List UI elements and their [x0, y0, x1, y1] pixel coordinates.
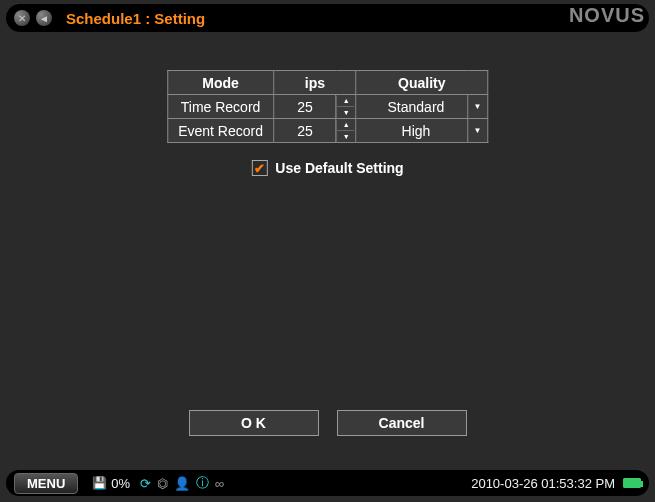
- cancel-button[interactable]: Cancel: [337, 410, 467, 436]
- disk-icon: 💾: [92, 476, 107, 490]
- ips-value: 25: [274, 95, 336, 119]
- chevron-up-icon[interactable]: ▲: [338, 120, 355, 132]
- quality-value[interactable]: Standard: [356, 95, 468, 119]
- statusbar: MENU 💾 0% ⟳ ⏣ 👤 ⓘ ∞ 2010-03-26 01:53:32 …: [6, 470, 649, 496]
- status-icons: ⟳ ⏣ 👤 ⓘ ∞: [140, 474, 224, 492]
- battery-icon: [623, 478, 641, 488]
- quality-value[interactable]: High: [356, 119, 468, 143]
- info-icon: ⓘ: [196, 474, 209, 492]
- datetime: 2010-03-26 01:53:32 PM: [471, 476, 615, 491]
- window-title: Schedule1 : Setting: [66, 10, 205, 27]
- header-ips: ips: [274, 71, 356, 95]
- default-setting-row: ✔ Use Default Setting: [251, 160, 403, 176]
- chevron-down-icon[interactable]: ▼: [338, 131, 355, 142]
- sync-icon: ⟳: [140, 476, 151, 491]
- user-icon: 👤: [174, 476, 190, 491]
- network-icon: ⏣: [157, 476, 168, 491]
- chevron-up-icon[interactable]: ▲: [338, 96, 355, 108]
- chevron-down-icon[interactable]: ▼: [338, 107, 355, 118]
- titlebar: ✕ ◄ Schedule1 : Setting: [6, 4, 649, 32]
- mode-cell: Event Record: [167, 119, 274, 143]
- table-header-row: Mode ips Quality: [167, 71, 488, 95]
- header-mode: Mode: [167, 71, 274, 95]
- default-setting-label: Use Default Setting: [275, 160, 403, 176]
- ok-button[interactable]: O K: [189, 410, 319, 436]
- brand-logo: NOVUS: [569, 4, 645, 27]
- ips-value: 25: [274, 119, 336, 143]
- disk-usage: 0%: [111, 476, 130, 491]
- table-row: Time Record 25 ▲ ▼ Standard ▼: [167, 95, 488, 119]
- mode-cell: Time Record: [167, 95, 274, 119]
- dropdown-icon[interactable]: ▼: [469, 120, 487, 142]
- main-panel: Mode ips Quality Time Record 25 ▲ ▼ Stan…: [6, 36, 649, 446]
- table-row: Event Record 25 ▲ ▼ High ▼: [167, 119, 488, 143]
- ips-spinner[interactable]: ▲ ▼: [337, 120, 355, 142]
- default-setting-checkbox[interactable]: ✔: [251, 160, 267, 176]
- dropdown-icon[interactable]: ▼: [469, 96, 487, 118]
- ips-spinner[interactable]: ▲ ▼: [337, 96, 355, 118]
- button-row: O K Cancel: [189, 410, 467, 436]
- close-icon[interactable]: ✕: [14, 10, 30, 26]
- header-quality: Quality: [356, 71, 488, 95]
- back-icon[interactable]: ◄: [36, 10, 52, 26]
- menu-button[interactable]: MENU: [14, 473, 78, 494]
- link-icon: ∞: [215, 476, 224, 491]
- settings-table: Mode ips Quality Time Record 25 ▲ ▼ Stan…: [167, 70, 489, 143]
